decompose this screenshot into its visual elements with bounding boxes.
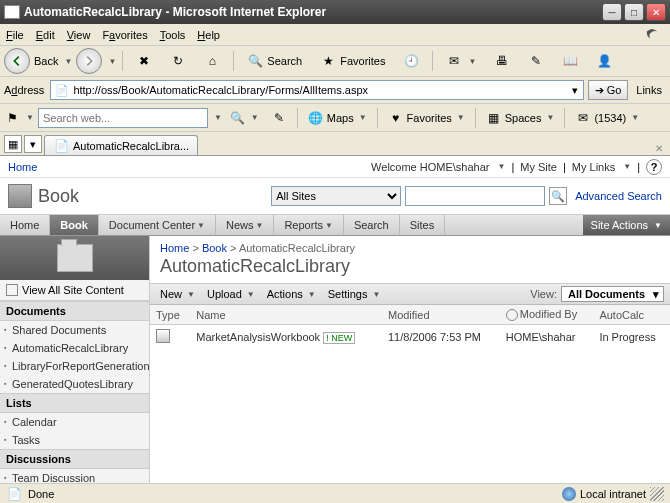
go-button[interactable]: ➔Go [588,80,629,100]
advanced-search-link[interactable]: Advanced Search [575,190,662,202]
col-autocalc[interactable]: AutoCalc [593,305,670,325]
sidebar-item-tasks[interactable]: Tasks [0,431,149,449]
research-button[interactable]: 📖 [555,50,585,72]
col-type[interactable]: Type [150,305,190,325]
col-modifiedby[interactable]: Modified By [500,305,594,325]
tab-list-button[interactable]: ▾ [24,135,42,153]
nav-tab-search[interactable]: Search [344,215,400,235]
menu-help[interactable]: Help [197,29,220,41]
forward-button[interactable] [76,48,102,74]
document-type-icon [156,329,170,343]
page-tab[interactable]: 📄 AutomaticRecalcLibra... [44,135,198,155]
mail-count: (1534) [594,112,626,124]
search-scope-select[interactable]: All Sites [271,186,401,206]
history-button[interactable]: 🕘 [396,50,426,72]
view-selector[interactable]: All Documents [561,286,664,302]
status-bar: 📄 Done Local intranet [0,483,670,503]
address-input-wrap[interactable]: 📄 ▾ [50,80,583,100]
menu-tools[interactable]: Tools [160,29,186,41]
menu-view[interactable]: View [67,29,91,41]
nav-tab-home[interactable]: Home [0,215,50,235]
edit-button[interactable]: ✎ [521,50,551,72]
menu-edit[interactable]: Edit [36,29,55,41]
refresh-icon: ↻ [170,53,186,69]
library-big-icon [0,236,149,280]
refresh-button[interactable]: ↻ [163,50,193,72]
searchweb-input-wrap[interactable] [38,108,208,128]
crumb-home[interactable]: Home [160,242,189,254]
links-label[interactable]: Links [636,84,662,96]
fav2-button[interactable]: ♥Favorites▼ [384,108,469,128]
print-button[interactable]: 🖶 [487,50,517,72]
go-label: Go [607,84,622,96]
nav-tab-news[interactable]: News▼ [216,215,274,235]
back-button[interactable] [4,48,30,74]
actions-menu[interactable]: Actions▼ [263,288,320,300]
search-button[interactable]: 🔍Search [240,50,309,72]
sp-home-link[interactable]: Home [8,161,37,173]
mail-icon: ✉ [446,53,462,69]
sidebar-item-generatedquoteslibrary[interactable]: GeneratedQuotesLibrary [0,375,149,393]
spaces-button[interactable]: ▦Spaces▼ [482,108,559,128]
site-search-button[interactable]: 🔍 [549,187,567,205]
doc-name[interactable]: MarketAnalysisWorkbook [196,331,320,343]
sidebar-item-automaticrecalclibrary[interactable]: AutomaticRecalcLibrary [0,339,149,357]
back-dropdown[interactable]: ▼ [64,57,72,66]
upload-menu[interactable]: Upload▼ [203,288,259,300]
sidebar-item-shared-documents[interactable]: Shared Documents [0,321,149,339]
resize-grip[interactable] [650,487,664,501]
tab-close-button[interactable]: ✕ [652,141,666,155]
mail2-button[interactable]: ✉(1534)▼ [571,108,643,128]
menu-favorites[interactable]: Favorites [102,29,147,41]
settings-menu[interactable]: Settings▼ [324,288,385,300]
app-icon [4,5,20,19]
col-modified[interactable]: Modified [382,305,500,325]
stop-button[interactable]: ✖ [129,50,159,72]
favorites-button[interactable]: ★Favorites [313,50,392,72]
nav-tab-document-center[interactable]: Document Center▼ [99,215,216,235]
searchweb-go[interactable]: 🔍▼ [226,108,263,128]
mylinks-link[interactable]: My Links [572,161,615,173]
doc-modifiedby: HOME\shahar [500,325,594,350]
sidebar-section-discussions: Discussions [0,449,149,469]
sp-brand-row: Book All Sites 🔍 Advanced Search [0,178,670,214]
mail-button[interactable]: ✉▼ [439,50,483,72]
view-all-site-content[interactable]: View All Site Content [0,280,149,301]
new-menu[interactable]: New▼ [156,288,199,300]
nav-tab-reports[interactable]: Reports▼ [274,215,343,235]
searchweb-input[interactable] [39,112,207,124]
research-icon: 📖 [562,53,578,69]
site-search-input[interactable] [405,186,545,206]
sp-sidebar: View All Site Content DocumentsShared Do… [0,236,150,494]
viewall-label: View All Site Content [22,284,124,296]
welcome-user[interactable]: Welcome HOME\shahar [371,161,489,173]
help-button[interactable]: ? [646,159,662,175]
forward-dropdown[interactable]: ▼ [108,57,116,66]
address-dropdown[interactable]: ▾ [567,84,583,97]
site-actions-menu[interactable]: Site Actions ▼ [583,215,670,235]
quick-tabs-button[interactable]: ▦ [4,135,22,153]
col-name[interactable]: Name [190,305,382,325]
maximize-button[interactable]: □ [624,3,644,21]
mysite-link[interactable]: My Site [520,161,557,173]
close-button[interactable]: ✕ [646,3,666,21]
maps-icon: 🌐 [308,110,324,126]
sidebar-item-calendar[interactable]: Calendar [0,413,149,431]
crumb-book[interactable]: Book [202,242,227,254]
nav-tab-sites[interactable]: Sites [400,215,445,235]
search-label: Search [267,55,302,67]
menu-file[interactable]: File [6,29,24,41]
maps-button[interactable]: 🌐Maps▼ [304,108,371,128]
nav-tab-book[interactable]: Book [50,215,99,235]
minimize-button[interactable]: ─ [602,3,622,21]
highlight-button[interactable]: ✎ [267,108,291,128]
table-row[interactable]: MarketAnalysisWorkbook! NEW11/8/2006 7:5… [150,325,670,350]
ie-logo-icon [640,25,664,45]
home-button[interactable]: ⌂ [197,50,227,72]
messenger-button[interactable]: 👤 [589,50,619,72]
sp-nav: HomeBookDocument Center▼News▼Reports▼Sea… [0,214,670,236]
sidebar-item-libraryforreportgeneration[interactable]: LibraryForReportGeneration [0,357,149,375]
heart-icon: ♥ [388,110,404,126]
address-input[interactable] [73,84,566,96]
new-badge: ! NEW [323,332,355,344]
